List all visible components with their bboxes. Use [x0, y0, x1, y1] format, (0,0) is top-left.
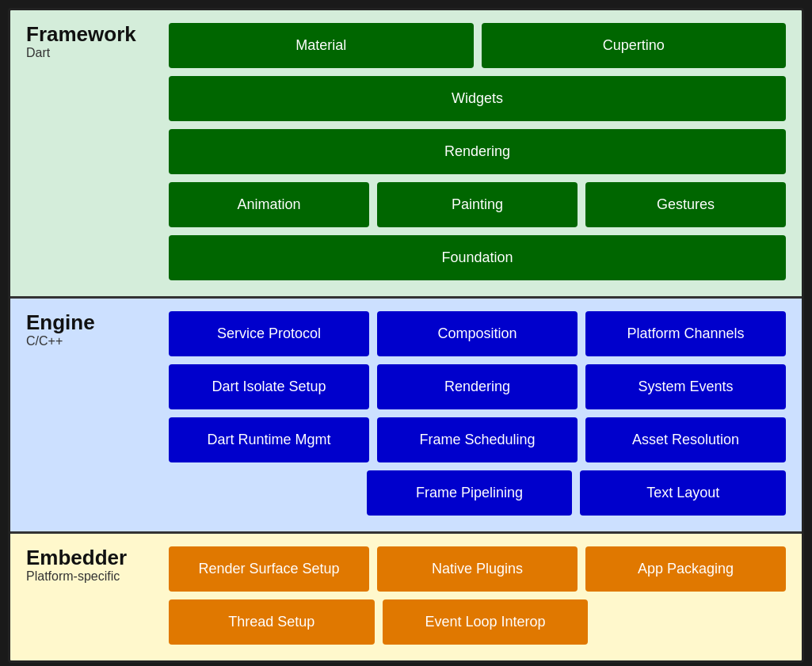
- animation-button[interactable]: Animation: [169, 182, 369, 227]
- platform-channels-button[interactable]: Platform Channels: [585, 311, 786, 356]
- painting-button[interactable]: Painting: [377, 182, 578, 227]
- app-packaging-button[interactable]: App Packaging: [585, 546, 786, 592]
- frame-pipelining-button[interactable]: Frame Pipelining: [367, 470, 573, 516]
- engine-row-4: Frame Pipelining Text Layout: [169, 470, 786, 516]
- rendering-eng-button[interactable]: Rendering: [377, 364, 578, 409]
- thread-setup-button[interactable]: Thread Setup: [169, 599, 375, 645]
- cupertino-button[interactable]: Cupertino: [482, 23, 787, 68]
- frame-scheduling-button[interactable]: Frame Scheduling: [377, 417, 578, 462]
- asset-resolution-button[interactable]: Asset Resolution: [585, 417, 786, 462]
- engine-row-1: Service Protocol Composition Platform Ch…: [169, 311, 786, 356]
- engine-subtitle: C/C++: [26, 334, 161, 348]
- dart-isolate-setup-button[interactable]: Dart Isolate Setup: [169, 364, 369, 409]
- embedder-row-1: Render Surface Setup Native Plugins App …: [169, 546, 786, 592]
- system-events-button[interactable]: System Events: [585, 364, 786, 409]
- native-plugins-button[interactable]: Native Plugins: [377, 546, 578, 592]
- engine-section: Engine C/C++ Service Protocol Compositio…: [10, 299, 802, 534]
- framework-row-1: Material Cupertino: [169, 23, 786, 68]
- embedder-section: Embedder Platform-specific Render Surfac…: [10, 534, 802, 660]
- rendering-fw-button[interactable]: Rendering: [169, 129, 786, 174]
- gestures-button[interactable]: Gestures: [585, 182, 786, 227]
- engine-header: Engine C/C++: [26, 311, 161, 348]
- engine-boxes: Service Protocol Composition Platform Ch…: [169, 311, 786, 516]
- framework-subtitle: Dart: [26, 46, 161, 60]
- framework-boxes: Material Cupertino Widgets Rendering Ani…: [169, 23, 786, 280]
- framework-row-5: Foundation: [169, 235, 786, 280]
- framework-section: Framework Dart Material Cupertino Widget…: [10, 10, 802, 299]
- widgets-button[interactable]: Widgets: [169, 76, 786, 121]
- composition-button[interactable]: Composition: [377, 311, 578, 356]
- event-loop-interop-button[interactable]: Event Loop Interop: [383, 599, 589, 645]
- framework-row-2: Widgets: [169, 76, 786, 121]
- embedder-row-2: Thread Setup Event Loop Interop: [169, 599, 786, 645]
- material-button[interactable]: Material: [169, 23, 474, 68]
- embedder-header: Embedder Platform-specific: [26, 546, 161, 584]
- foundation-button[interactable]: Foundation: [169, 235, 786, 280]
- embedder-subtitle: Platform-specific: [26, 569, 161, 584]
- service-protocol-button[interactable]: Service Protocol: [169, 311, 369, 356]
- text-layout-button[interactable]: Text Layout: [580, 470, 786, 516]
- framework-header: Framework Dart: [26, 23, 161, 60]
- dart-runtime-mgmt-button[interactable]: Dart Runtime Mgmt: [169, 417, 369, 462]
- engine-title: Engine: [26, 311, 161, 334]
- engine-row-2: Dart Isolate Setup Rendering System Even…: [169, 364, 786, 409]
- embedder-boxes: Render Surface Setup Native Plugins App …: [169, 546, 786, 645]
- engine-row-3: Dart Runtime Mgmt Frame Scheduling Asset…: [169, 417, 786, 462]
- render-surface-setup-button[interactable]: Render Surface Setup: [169, 546, 369, 592]
- framework-row-4: Animation Painting Gestures: [169, 182, 786, 227]
- flutter-architecture-diagram: Framework Dart Material Cupertino Widget…: [8, 8, 804, 663]
- framework-row-3: Rendering: [169, 129, 786, 174]
- framework-title: Framework: [26, 23, 161, 46]
- embedder-title: Embedder: [26, 546, 161, 569]
